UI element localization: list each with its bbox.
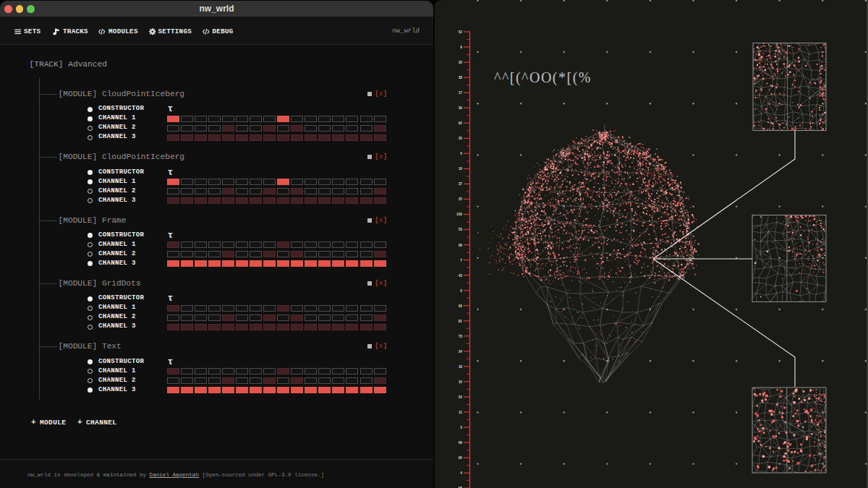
svg-text:3: 3 bbox=[460, 426, 462, 429]
svg-text:^^[(^OO(*[(%: ^^[(^OO(*[(% bbox=[494, 69, 592, 86]
svg-text:11: 11 bbox=[459, 411, 462, 414]
svg-text:43: 43 bbox=[459, 274, 463, 278]
svg-text:52: 52 bbox=[459, 395, 463, 399]
svg-text:20: 20 bbox=[459, 61, 463, 64]
svg-text:6: 6 bbox=[460, 289, 462, 293]
svg-text:96: 96 bbox=[459, 244, 463, 247]
svg-text:69: 69 bbox=[459, 441, 463, 445]
svg-text:81: 81 bbox=[459, 320, 463, 323]
svg-text:7: 7 bbox=[460, 259, 462, 262]
svg-text:18: 18 bbox=[459, 365, 463, 369]
svg-text:100: 100 bbox=[456, 213, 462, 216]
svg-text:38: 38 bbox=[459, 76, 463, 80]
svg-text:39: 39 bbox=[459, 106, 463, 110]
svg-text:4: 4 bbox=[460, 471, 462, 475]
svg-text:35: 35 bbox=[459, 137, 463, 140]
svg-text:0: 0 bbox=[460, 152, 462, 155]
svg-text:95: 95 bbox=[459, 456, 463, 460]
svg-text:53: 53 bbox=[459, 228, 463, 231]
svg-text:52: 52 bbox=[459, 30, 463, 34]
svg-text:37: 37 bbox=[459, 182, 463, 186]
svg-text:17: 17 bbox=[459, 91, 463, 95]
svg-text:73: 73 bbox=[459, 335, 463, 338]
svg-text:93: 93 bbox=[459, 304, 463, 308]
svg-text:25: 25 bbox=[459, 197, 463, 201]
svg-text:10: 10 bbox=[459, 167, 463, 171]
svg-text:10: 10 bbox=[459, 380, 463, 384]
svg-text:92: 92 bbox=[459, 121, 463, 125]
svg-text:34: 34 bbox=[459, 350, 463, 354]
svg-text:9: 9 bbox=[460, 46, 462, 49]
